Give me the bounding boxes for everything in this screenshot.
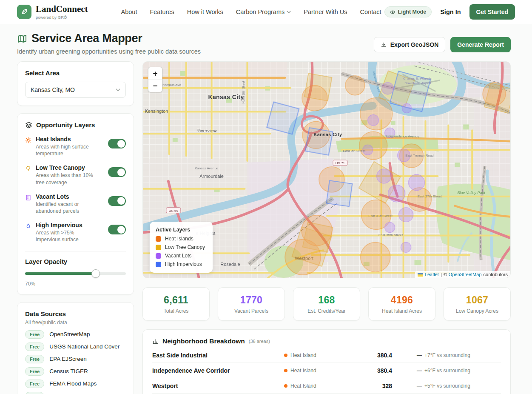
nav-contact[interactable]: Contact [360,9,381,15]
stat-label: Total Acres [145,308,207,314]
free-badge: Free [25,367,44,376]
nav-features[interactable]: Features [150,9,174,15]
layer-desc: Identified vacant or abandoned parcels [36,201,100,214]
download-icon [381,42,387,48]
nav-how-it-works[interactable]: How it Works [187,9,223,15]
sidebar: Select Area Kansas City, MO Opportunity … [17,61,134,394]
opacity-slider[interactable] [25,269,126,278]
svg-text:Kansas City: Kansas City [208,94,244,100]
openstreetmap-link[interactable]: OpenStreetMap [449,272,482,277]
nav-carbon-programs[interactable]: Carbon Programs [236,9,291,15]
legend-title: Active Layers [156,227,205,233]
layer-desc: Areas with >75% impervious surface [36,229,100,243]
legend-label: High Impervious [165,261,202,267]
free-badge: Free [25,380,44,388]
tree-icon [25,166,31,172]
data-source-item: FreeCensus TIGER [25,367,126,376]
data-source-name: USGS National Land Cover [49,343,119,350]
data-source-item: FreeFEMA Flood Maps [25,380,126,388]
data-source-name: Census TIGER [49,368,88,374]
nav-about[interactable]: About [121,9,137,15]
legend-label: Low Tree Canopy [165,244,205,250]
layer-name: Heat Islands [36,136,104,143]
zoom-in-button[interactable]: + [148,67,162,80]
nav-carbon-programs-label: Carbon Programs [236,9,284,15]
slider-fill [25,272,96,275]
svg-text:Kensington: Kensington [145,108,168,114]
layers-icon [25,121,32,128]
tag-label: Heat Island [290,368,316,374]
layer-row-vacant-lots: Vacant Lots Identified vacant or abandon… [25,193,126,214]
delta-label: +7°F vs surrounding [424,352,470,358]
svg-text:Kansas Avenue: Kansas Avenue [195,166,219,170]
light-mode-toggle[interactable]: Light Mode [384,6,432,17]
heat-island-dot [284,354,287,357]
svg-text:Independence Avenue: Independence Avenue [386,134,420,138]
leaflet-link[interactable]: Leaflet [425,272,439,277]
droplet-icon [25,223,31,229]
stat-label: Est. Credits/Year [296,308,357,314]
neighborhood-breakdown-panel: Neighborhood Breakdown (36 areas) East S… [142,329,511,394]
data-sources-panel: Data Sources All free/public data FreeOp… [17,302,134,394]
low-tree-canopy-toggle[interactable] [108,167,126,177]
legend-label: Vacant Lots [165,253,191,259]
layers-heading: Opportunity Layers [36,121,95,128]
free-badge: Free [25,392,44,394]
tag-label: Heat Island [290,352,316,358]
zoom-out-button[interactable]: − [148,80,162,92]
layer-desc: Areas with high surface temperature [36,143,100,157]
neighborhood-name: Westport [152,383,284,389]
layer-desc: Areas with less than 10% tree coverage [36,172,100,186]
flag-icon [418,273,423,277]
layer-row-low-tree-canopy: Low Tree Canopy Areas with less than 10%… [25,164,126,186]
stat-value: 1770 [221,294,282,306]
breakdown-row: Independence Ave Corridor Heat Island 38… [152,363,501,378]
page-title: Service Area Mapper [31,32,142,45]
free-badge: Free [25,355,44,363]
nav-partner-with-us[interactable]: Partner With Us [304,9,347,15]
opacity-label: Layer Opacity [25,258,126,265]
legend-item: Low Tree Canopy [156,244,205,250]
eye-icon [390,9,395,15]
stat-heat-island-acres: 4196 Heat Island Acres [368,287,435,321]
temperature-delta: —+7°F vs surrounding [403,352,501,358]
layer-name: Low Tree Canopy [36,164,104,171]
map-attribution: Leaflet | © OpenStreetMap contributors [415,271,510,278]
stat-label: Heat Island Acres [371,308,432,314]
data-source-name: OpenStreetMap [49,331,90,337]
temperature-delta: —+6°F vs surrounding [403,368,501,374]
acreage-value: 328 [356,383,403,389]
heat-islands-swatch [156,236,161,242]
high-impervious-toggle[interactable] [108,225,126,234]
layer-name: High Impervious [36,222,104,228]
svg-text:North 18th Street: North 18th Street [242,81,245,103]
chevron-down-icon [287,11,291,14]
vacant-lots-swatch [156,253,161,259]
vacant-lots-toggle[interactable] [108,196,126,206]
map-container: US 71US 69 Kansas CityKansas CityKensing… [142,61,511,278]
chevron-down-icon [116,89,120,91]
acreage-value: 380.4 [356,352,403,359]
svg-text:Downtown Airport: Downtown Airport [404,81,431,85]
legend-item: High Impervious [156,261,205,267]
export-geojson-button[interactable]: Export GeoJSON [374,37,446,52]
area-select[interactable]: Kansas City, MO [25,82,126,98]
heat-islands-toggle[interactable] [108,139,126,148]
low-tree-canopy-swatch [156,245,161,250]
data-sources-heading: Data Sources [25,310,126,317]
generate-report-button[interactable]: Generate Report [450,37,511,52]
sign-in-link[interactable]: Sign In [440,9,461,15]
select-area-panel: Select Area Kansas City, MO [17,61,134,106]
data-source-name: FEMA Flood Maps [49,380,97,387]
acreage-value: 380.4 [356,367,403,374]
legend-item: Vacant Lots [156,253,205,259]
brand-name: LandConnect [36,4,88,14]
get-started-button[interactable]: Get Started [469,4,515,20]
high-impervious-swatch [156,262,161,267]
neighborhood-name: Independence Ave Corridor [152,367,284,374]
stat-value: 168 [296,294,357,306]
slider-thumb[interactable] [91,269,100,278]
brand[interactable]: LandConnect powered by GRŌ [17,4,88,19]
heat-island-dot [284,384,287,388]
map-legend: Active Layers Heat Islands Low Tree Cano… [150,222,213,273]
